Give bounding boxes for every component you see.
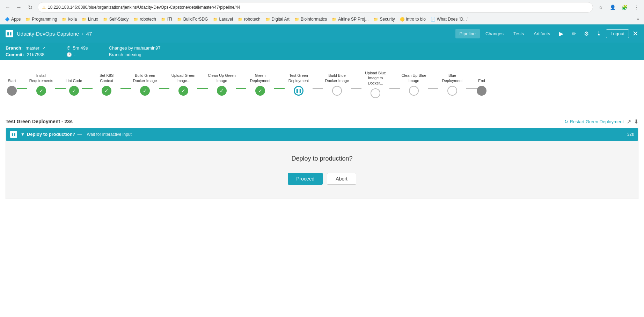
reload-button[interactable]: ↻ <box>25 2 35 12</box>
settings-icon[interactable]: ⚙ <box>581 28 592 39</box>
pipeline-stage-start[interactable]: Start <box>7 71 17 96</box>
stage-node-test-green[interactable]: ❚❚ <box>294 86 303 96</box>
stage-node-cleanup-green[interactable]: ✓ <box>217 86 227 96</box>
bookmark-robotech1[interactable]: 📁 robotech <box>131 16 158 22</box>
address-bar[interactable]: ⚠ 18.220.188.146:8080/blue/organizations… <box>38 2 593 13</box>
stage-node-install-req[interactable]: ✓ <box>36 86 46 96</box>
bookmark-security-label: Security <box>380 17 395 22</box>
bookmark-intro-bio-label: intro to bio <box>406 17 426 22</box>
pipeline-stage-end[interactable]: End <box>477 71 486 96</box>
logout-button[interactable]: Logout <box>606 29 629 38</box>
pipeline-stage-lint-code[interactable]: Lint Code✓ <box>66 71 82 96</box>
branch-value[interactable]: master <box>25 45 39 51</box>
build-stage-header: Test Green Deployment - 23s ↻ Restart Gr… <box>6 116 638 128</box>
bookmark-laravel[interactable]: 📁 Laravel <box>211 16 235 22</box>
step-chevron-icon[interactable]: ▼ <box>21 132 25 137</box>
restart-link[interactable]: ↻ Restart Green Deployment <box>564 119 624 124</box>
nav-changes[interactable]: Changes <box>481 29 508 38</box>
nav-pipeline[interactable]: Pipeline <box>455 29 480 38</box>
folder-icon: 📁 <box>25 17 30 22</box>
external-link-icon[interactable]: ↗ <box>627 118 631 125</box>
changes-by-label: Changes by <box>109 45 133 51</box>
back-button[interactable]: ← <box>3 2 13 12</box>
pipeline-stage-test-green[interactable]: Test Green Deployment❚❚ <box>285 71 313 96</box>
stage-node-start[interactable] <box>7 86 17 96</box>
pipeline-stage-blue-deploy[interactable]: Blue Deployment <box>438 71 466 96</box>
project-title[interactable]: Udacity-DevOps-Capstone <box>17 31 79 37</box>
replay-icon[interactable]: ▶ <box>556 28 567 39</box>
apps-icon: 🔷 <box>5 17 10 22</box>
interactive-area: Deploy to production? Proceed Abort <box>6 141 638 199</box>
edit-icon[interactable]: ✏ <box>568 28 579 39</box>
pipeline-stage-build-green[interactable]: Build Green Docker Image✓ <box>131 71 159 96</box>
bookmark-kolia[interactable]: 📁 kolia <box>60 16 79 22</box>
bookmark-security[interactable]: 📁 Security <box>371 16 397 22</box>
bookmark-programming[interactable]: 📁 Programming <box>23 16 59 22</box>
nav-buttons: ← → ↻ <box>3 2 35 12</box>
branch-label: Branch: <box>6 45 23 51</box>
menu-button[interactable]: ⋮ <box>631 2 641 12</box>
profile-button[interactable]: 👤 <box>608 2 617 12</box>
pipeline-stage-upload-green[interactable]: Upload Green Image...✓ <box>169 71 197 96</box>
pipeline-stage-set-k8s[interactable]: Set K8S Context✓ <box>93 71 120 96</box>
stage-node-upload-green[interactable]: ✓ <box>178 86 188 96</box>
queue-info: 🕐 - <box>66 52 88 57</box>
bookmark-linux[interactable]: 📁 Linux <box>80 16 100 22</box>
stage-node-end[interactable] <box>477 86 486 96</box>
jenkins-header: ▮▮ Udacity-DevOps-Capstone ‹ 47 Pipeline… <box>0 24 644 43</box>
forward-button[interactable]: → <box>14 2 24 12</box>
extensions-button[interactable]: 🧩 <box>620 2 629 12</box>
folder-icon: 📁 <box>373 17 378 22</box>
pipeline-stage-build-blue[interactable]: Build Blue Docker Image <box>323 71 351 96</box>
stage-node-build-blue[interactable] <box>332 86 342 96</box>
nav-artifacts[interactable]: Artifacts <box>529 29 554 38</box>
more-bookmarks-button[interactable]: » <box>635 16 641 22</box>
stage-label-start: Start <box>8 71 16 83</box>
stage-node-set-k8s[interactable]: ✓ <box>102 86 111 96</box>
stage-node-cleanup-blue[interactable] <box>409 86 419 96</box>
pipeline-stage-cleanup-blue[interactable]: Clean Up Blue Image <box>400 71 428 96</box>
stage-node-lint-code[interactable]: ✓ <box>69 86 79 96</box>
proceed-button[interactable]: Proceed <box>288 173 323 185</box>
stage-node-green-deploy[interactable]: ✓ <box>255 86 265 96</box>
pipeline-stage-upload-blue[interactable]: Upload Blue Image to Docker... <box>361 71 389 98</box>
bookmark-buildforsdg[interactable]: 📁 BuildForSDG <box>175 16 210 22</box>
pipeline-stage-cleanup-green[interactable]: Clean Up Green Image✓ <box>208 71 236 96</box>
step-time: 32s <box>627 132 634 137</box>
pipeline-area: StartInstall Requirements✓Lint Code✓Set … <box>0 60 644 116</box>
duration-icon: ⏱ <box>66 45 71 51</box>
bookmark-iti-label: ITI <box>167 17 172 22</box>
stage-node-build-green[interactable]: ✓ <box>140 86 150 96</box>
folder-icon: 📁 <box>103 17 108 22</box>
interactive-buttons: Proceed Abort <box>13 173 631 185</box>
stage-connector-build-blue <box>351 88 361 89</box>
close-button[interactable]: ✕ <box>632 29 638 38</box>
jenkins-app: ▮▮ Udacity-DevOps-Capstone ‹ 47 Pipeline… <box>0 24 644 205</box>
pipeline-stage-install-req[interactable]: Install Requirements✓ <box>27 71 55 96</box>
bookmark-digital-art[interactable]: 📁 Digital Art <box>263 16 292 22</box>
exit-icon[interactable]: ⭳ <box>593 28 605 39</box>
bookmark-bioinformatics[interactable]: 📁 Bioinformatics <box>292 16 329 22</box>
branch-external-icon: ↗ <box>42 46 45 50</box>
stage-label-cleanup-blue: Clean Up Blue Image <box>400 71 428 83</box>
abort-button[interactable]: Abort <box>327 173 356 185</box>
bookmark-apps[interactable]: 🔷 Apps <box>3 16 23 22</box>
stage-node-blue-deploy[interactable] <box>447 86 457 96</box>
pipeline-stage-green-deploy[interactable]: Green Deployment✓ <box>246 71 274 96</box>
changes-by-value: mahaamin97 <box>134 45 161 51</box>
bookmark-what-does[interactable]: 📄 What Does "D..." <box>429 16 470 22</box>
stage-node-upload-blue[interactable] <box>371 88 380 98</box>
nav-tests[interactable]: Tests <box>509 29 528 38</box>
bookmark-iti[interactable]: 📁 ITI <box>159 16 174 22</box>
bookmark-airline-label: Airline SP Proj... <box>338 17 368 22</box>
bookmark-robotech2[interactable]: 📁 robotech <box>236 16 263 22</box>
bookmark-airline[interactable]: 📁 Airline SP Proj... <box>330 16 371 22</box>
bookmark-star-button[interactable]: ☆ <box>596 2 606 12</box>
stage-label-green-deploy: Green Deployment <box>246 71 274 83</box>
bookmark-self-study[interactable]: 📁 Self-Study <box>101 16 131 22</box>
folder-icon: 📁 <box>238 17 243 22</box>
download-icon[interactable]: ⬇ <box>634 118 638 125</box>
folder-icon: 📁 <box>177 17 182 22</box>
stage-label-end: End <box>478 71 485 83</box>
bookmark-intro-bio[interactable]: 🟡 intro to bio <box>398 16 428 22</box>
